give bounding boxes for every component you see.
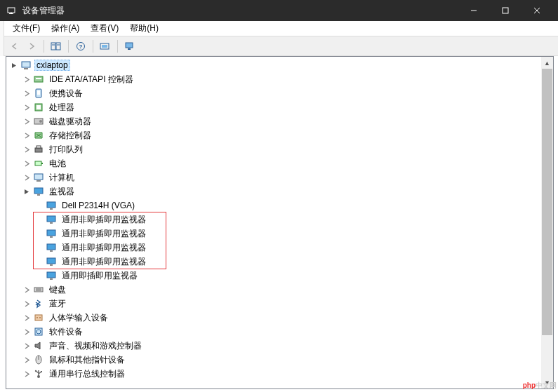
expand-spacer [34,229,44,238]
tree-category[interactable]: 磁盘驱动器 [8,114,552,128]
tree-category[interactable]: 电池 [8,156,552,170]
svg-rect-18 [24,68,28,69]
menu-help[interactable]: 帮助(H) [124,21,164,36]
tree-category[interactable]: 人体学输入设备 [8,311,552,325]
expand-spacer [34,215,44,224]
menu-action[interactable]: 操作(A) [46,21,85,36]
tree-category[interactable]: 处理器 [8,100,552,114]
tree-device-monitor[interactable]: 通用非即插即用监视器 [8,227,552,241]
svg-rect-27 [35,148,42,152]
tree-category[interactable]: IDE ATA/ATAPI 控制器 [8,72,552,86]
toolbar-separator [117,40,118,53]
svg-rect-2 [11,13,12,13]
svg-point-26 [39,120,42,123]
svg-rect-8 [56,43,60,50]
expand-toggle[interactable] [9,60,19,70]
properties-button[interactable] [48,39,64,54]
expand-toggle[interactable] [22,158,32,168]
svg-rect-34 [37,194,40,196]
scan-hardware-button[interactable] [98,39,113,54]
ide-icon [33,74,44,85]
device-label: 通用非即插即用监视器 [60,213,148,227]
monitor-icon [46,228,57,239]
tree-device-monitor[interactable]: 通用非即插即用监视器 [8,241,552,255]
window-controls [458,0,552,21]
vertical-scrollbar[interactable]: ▲ ▼ [541,57,553,388]
category-label: 键盘 [47,283,68,297]
expand-toggle[interactable] [22,130,32,140]
tree-category-monitors[interactable]: 监视器 [8,184,552,198]
software-icon [33,326,44,337]
menu-view[interactable]: 查看(V) [85,21,124,36]
sound-icon [33,340,44,351]
tree-category[interactable]: 打印队列 [8,142,552,156]
tree-root-node[interactable]: cxlaptop [8,58,552,72]
expand-toggle[interactable] [22,369,32,379]
expand-toggle[interactable] [22,74,32,84]
tree-category[interactable]: 通用串行总线控制器 [8,367,552,381]
category-label: IDE ATA/ATAPI 控制器 [47,73,135,86]
expand-toggle[interactable] [22,341,32,351]
titlebar: 设备管理器 [0,0,558,21]
storage-icon [33,130,44,141]
expand-toggle[interactable] [22,116,32,126]
tree-category[interactable]: 软件设备 [8,325,552,339]
expand-toggle[interactable] [22,88,32,98]
tree-category[interactable]: 计算机 [8,170,552,184]
tree-category[interactable]: 便携设备 [8,86,552,100]
expand-toggle[interactable] [22,313,32,323]
bluetooth-icon [33,298,44,309]
expand-toggle[interactable] [22,144,32,154]
category-label: 计算机 [47,171,77,184]
minimize-button[interactable] [458,0,489,21]
tree-category[interactable]: 键盘 [8,283,552,297]
svg-rect-28 [36,146,41,148]
window-title: 设备管理器 [22,5,458,17]
disk-icon [33,116,44,127]
tree-device-monitor[interactable]: 通用即插即用监视器 [8,269,552,283]
category-label: 人体学输入设备 [47,311,110,325]
toolbar-separator [93,40,93,53]
device-label: Dell P2314H (VGA) [60,200,137,211]
scroll-up-button[interactable]: ▲ [541,57,553,69]
device-label: 通用即插即用监视器 [60,269,140,283]
tree-category[interactable]: 蓝牙 [8,297,552,311]
expand-toggle[interactable] [22,102,32,112]
monitor-icon [46,242,57,253]
expand-toggle[interactable] [22,173,32,182]
scrollbar-thumb[interactable] [542,69,552,335]
svg-rect-41 [47,244,55,250]
category-label: 蓝牙 [47,297,68,311]
usb-icon [33,368,44,379]
tree-device-monitor[interactable]: 通用非即插即用监视器 [8,212,552,227]
expand-toggle[interactable] [22,285,32,295]
category-label: 通用串行总线控制器 [47,367,127,381]
maximize-button[interactable] [489,0,521,21]
expand-toggle[interactable] [22,327,32,337]
tree-device-monitor[interactable]: 通用非即插即用监视器 [8,255,552,269]
expand-toggle[interactable] [22,355,32,365]
tree-root-label: cxlaptop [34,60,70,71]
tree-category[interactable]: 鼠标和其他指针设备 [8,353,552,367]
svg-rect-42 [50,250,53,252]
tree-category[interactable]: 存储控制器 [8,128,552,142]
menu-file[interactable]: 文件(F) [7,21,46,36]
close-button[interactable] [521,0,552,21]
show-hidden-button[interactable] [122,39,138,54]
expand-toggle[interactable] [22,187,32,196]
tree-device-monitor[interactable]: Dell P2314H (VGA) [8,198,552,212]
tree-category[interactable]: 声音、视频和游戏控制器 [8,339,552,353]
category-label: 声音、视频和游戏控制器 [47,339,144,353]
cpu-icon [33,102,44,113]
expand-toggle[interactable] [22,299,32,309]
svg-rect-32 [36,180,41,182]
category-label: 电池 [47,157,68,170]
toolbar-separator [68,40,69,53]
help-button[interactable]: ? [73,39,88,54]
svg-rect-50 [35,315,42,320]
svg-rect-30 [41,163,43,164]
app-icon [6,5,17,16]
svg-rect-45 [47,272,55,278]
device-label: 通用非即插即用监视器 [60,227,148,241]
svg-rect-16 [128,48,131,50]
